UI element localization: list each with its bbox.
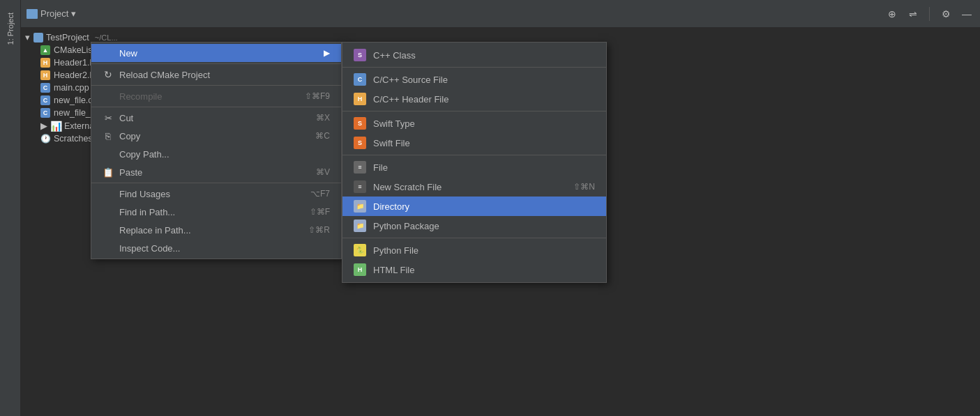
menu-find-path-label: Find in Path... xyxy=(119,207,175,217)
new-arrow: ▶ xyxy=(324,48,330,58)
menu-divider-2 xyxy=(91,85,341,86)
new-icon xyxy=(103,47,114,59)
replace-path-shortcut: ⇧⌘R xyxy=(308,225,330,235)
menu-item-find-path[interactable]: Find in Path... ⇧⌘F xyxy=(91,203,341,221)
submenu-item-python-file[interactable]: 🐍 Python File xyxy=(342,240,606,260)
menu-inspect-code-label: Inspect Code... xyxy=(119,243,180,254)
submenu-directory-label: Directory xyxy=(373,201,409,212)
menu-item-new[interactable]: New ▶ xyxy=(91,44,341,62)
toolbar-locate-btn[interactable]: ⊕ xyxy=(884,6,900,22)
extlib-icon: 📊 xyxy=(51,121,61,131)
recompile-icon xyxy=(103,91,114,102)
recompile-shortcut: ⇧⌘F9 xyxy=(305,91,330,101)
menu-find-usages-label: Find Usages xyxy=(119,189,170,199)
root-label: TestProject xyxy=(46,33,89,43)
submenu-item-scratch-file[interactable]: ≡ New Scratch File ⇧⌘N xyxy=(342,177,606,197)
menu-item-copy[interactable]: ⎘ Copy ⌘C xyxy=(91,127,341,145)
submenu-item-directory[interactable]: 📁 Directory xyxy=(342,197,606,216)
root-folder-icon xyxy=(33,33,43,43)
submenu-html-file-label: HTML File xyxy=(373,265,414,275)
menu-item-paste[interactable]: 📋 Paste ⌘V xyxy=(91,163,341,181)
submenu-item-file[interactable]: ≡ File xyxy=(342,157,606,177)
menu-item-reload[interactable]: ↻ Reload CMake Project xyxy=(91,66,341,84)
menu-divider-3 xyxy=(91,107,341,107)
submenu-item-cpp-header[interactable]: H C/C++ Header File xyxy=(342,89,606,109)
submenu-divider-4 xyxy=(342,238,606,238)
menu-item-recompile: Recompile ⇧⌘F9 xyxy=(91,87,341,105)
sidebar: 1: Project xyxy=(0,0,21,416)
toolbar-project-title[interactable]: Project ▾ xyxy=(27,8,76,19)
submenu-item-cpp-class[interactable]: S C++ Class xyxy=(342,45,606,65)
submenu-divider-2 xyxy=(342,111,606,111)
menu-reload-label: Reload CMake Project xyxy=(119,70,210,80)
menu-copy-path-label: Copy Path... xyxy=(119,149,169,160)
cpp-hdr-icon: H xyxy=(354,93,366,105)
python-package-icon: 📁 xyxy=(354,219,366,232)
submenu-cpp-source-label: C/C++ Source File xyxy=(373,75,448,85)
newfile-icon: C xyxy=(40,95,50,105)
header1-icon: H xyxy=(40,58,50,68)
main-area: Project ▾ ⊕ ⇌ ⚙ — ▾ TestProject ~/CL... … xyxy=(21,0,980,416)
python-file-icon: 🐍 xyxy=(354,244,366,256)
copy-shortcut: ⌘C xyxy=(315,131,330,141)
menu-cut-label: Cut xyxy=(119,113,133,123)
menu-recompile-label: Recompile xyxy=(119,91,162,102)
toolbar-settings-btn[interactable]: ⚙ xyxy=(938,6,953,22)
replace-path-icon xyxy=(103,224,114,236)
menu-item-cut[interactable]: ✂ Cut ⌘X xyxy=(91,109,341,127)
menu-divider-1 xyxy=(91,63,341,64)
extlib-chevron: ▶ xyxy=(40,121,47,131)
submenu: S C++ Class C C/C++ Source File H C/C++ … xyxy=(342,42,607,283)
toolbar-minimize-btn[interactable]: — xyxy=(959,6,974,22)
root-path: ~/CL... xyxy=(95,33,118,42)
menu-divider-4 xyxy=(91,183,341,183)
menu-item-inspect-code[interactable]: Inspect Code... xyxy=(91,239,341,257)
paste-shortcut: ⌘V xyxy=(316,167,330,177)
cut-shortcut: ⌘X xyxy=(316,113,330,123)
directory-icon: 📁 xyxy=(354,200,366,213)
scratch-file-icon: ≡ xyxy=(354,180,366,193)
menu-replace-path-label: Replace in Path... xyxy=(119,225,191,236)
submenu-file-label: File xyxy=(373,162,388,173)
root-chevron: ▾ xyxy=(24,32,31,43)
context-menu: New ▶ ↻ Reload CMake Project Recompile ⇧… xyxy=(91,42,342,259)
submenu-swift-type-label: Swift Type xyxy=(373,118,415,129)
maincpp-label: main.cpp xyxy=(54,83,89,93)
header1-label: Header1.h xyxy=(54,58,94,68)
menu-item-find-usages[interactable]: Find Usages ⌥F7 xyxy=(91,185,341,203)
paste-icon: 📋 xyxy=(103,167,114,178)
copy-icon: ⎘ xyxy=(103,130,114,141)
submenu-item-html-file[interactable]: H HTML File xyxy=(342,260,606,279)
find-path-shortcut: ⇧⌘F xyxy=(310,207,330,217)
maincpp-icon: C xyxy=(40,83,50,93)
submenu-divider-3 xyxy=(342,155,606,155)
find-usages-icon xyxy=(103,188,114,199)
swift-type-icon: S xyxy=(354,117,366,130)
menu-item-replace-path[interactable]: Replace in Path... ⇧⌘R xyxy=(91,221,341,239)
swift-file-icon: S xyxy=(354,137,366,149)
cpp-src-icon: C xyxy=(354,73,366,86)
submenu-scratch-file-label: New Scratch File xyxy=(373,182,442,192)
cmake-icon: ▲ xyxy=(40,45,50,55)
toolbar-dropdown-arrow[interactable]: ▾ xyxy=(71,8,76,19)
menu-new-label: New xyxy=(119,48,137,59)
submenu-item-python-package[interactable]: 📁 Python Package xyxy=(342,216,606,236)
scratch-icon: 🕐 xyxy=(40,134,50,144)
sidebar-tab-project[interactable]: 1: Project xyxy=(3,7,17,50)
folder-icon xyxy=(27,9,38,19)
submenu-python-file-label: Python File xyxy=(373,245,419,256)
menu-item-copy-path[interactable]: Copy Path... xyxy=(91,145,341,163)
cpp-class-icon: S xyxy=(354,49,366,61)
find-path-icon xyxy=(103,206,114,217)
reload-icon: ↻ xyxy=(103,69,114,80)
submenu-item-swift-type[interactable]: S Swift Type xyxy=(342,114,606,133)
html-file-icon: H xyxy=(354,263,366,276)
submenu-cpp-class-label: C++ Class xyxy=(373,50,416,61)
submenu-item-cpp-source[interactable]: C C/C++ Source File xyxy=(342,70,606,89)
copy-path-icon xyxy=(103,148,114,160)
scratch-file-shortcut: ⇧⌘N xyxy=(573,182,595,192)
toolbar-collapse-btn[interactable]: ⇌ xyxy=(905,6,921,22)
menu-paste-label: Paste xyxy=(119,167,142,178)
submenu-item-swift-file[interactable]: S Swift File xyxy=(342,133,606,153)
submenu-python-package-label: Python Package xyxy=(373,221,439,231)
